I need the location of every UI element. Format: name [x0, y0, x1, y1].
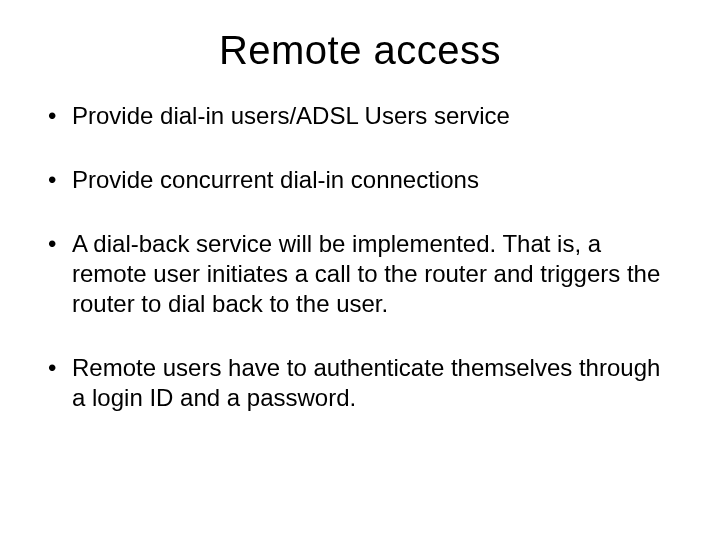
slide-title: Remote access — [48, 28, 672, 73]
bullet-list: Provide dial-in users/ADSL Users service… — [48, 101, 672, 413]
slide: Remote access Provide dial-in users/ADSL… — [0, 0, 720, 540]
list-item: Provide dial-in users/ADSL Users service — [48, 101, 672, 131]
list-item: Provide concurrent dial-in connections — [48, 165, 672, 195]
list-item: A dial-back service will be implemented.… — [48, 229, 672, 319]
list-item: Remote users have to authenticate themse… — [48, 353, 672, 413]
